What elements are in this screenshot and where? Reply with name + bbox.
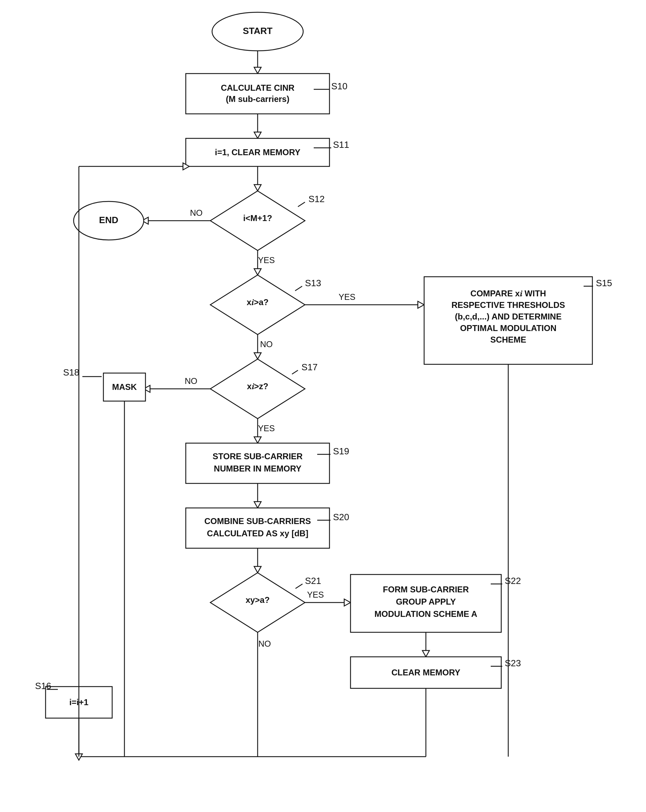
s20-step: S20 [333,512,349,522]
s12-step: S12 [308,194,325,204]
s10-label1: CALCULATE CINR [221,83,294,93]
s22-label2: GROUP APPLY [396,597,456,606]
s19-step: S19 [333,446,349,456]
s21-no-label: NO [258,639,271,649]
s17-no-label: NO [185,376,197,386]
svg-line-13 [295,286,302,291]
s15-label2: RESPECTIVE THRESHOLDS [452,300,565,310]
s22-label3: MODULATION SCHEME A [374,609,477,619]
s20-label2: CALCULATED AS xy [dB] [207,529,308,538]
s19-node [186,443,329,484]
s12-yes-label: YES [258,255,275,265]
s19-label2: NUMBER IN MEMORY [214,464,302,473]
s21-step: S21 [305,575,321,586]
s13-no-label: NO [260,339,273,349]
start-label: START [243,26,273,36]
s12-no-label: NO [190,208,203,218]
s15-label3: (b,c,d,...) AND DETERMINE [455,312,562,321]
s10-node [186,73,329,114]
s22-step: S22 [505,575,521,586]
s13-label: x𝑖>a? [247,298,268,307]
svg-marker-30 [254,566,261,573]
svg-marker-18 [254,353,261,359]
svg-marker-7 [254,185,261,191]
svg-line-8 [298,202,305,207]
s10-step: S10 [331,81,347,92]
s21-yes-label: YES [307,590,324,599]
s15-label5: SCHEME [490,335,527,344]
s19-label1: STORE SUB-CARRIER [213,452,303,461]
s11-label: i=1, CLEAR MEMORY [215,148,300,157]
svg-marker-24 [254,437,261,443]
flowchart-diagram: START CALCULATE CINR (M sub-carriers) S1… [0,0,646,812]
s12-label: i<M+1? [243,213,272,223]
s13-yes-label: YES [338,292,355,302]
s15-step: S15 [596,278,612,288]
svg-marker-27 [254,502,261,508]
s15-label1: COMPARE x𝑖 WITH [470,288,546,298]
svg-marker-1 [254,67,261,73]
s17-label: x𝑖>z? [247,382,268,391]
s21-label: xy>a? [246,595,270,604]
s22-label1: FORM SUB-CARRIER [383,585,468,594]
svg-line-31 [295,584,303,589]
end-label: END [99,215,118,225]
s18-step: S18 [63,367,79,378]
svg-marker-15 [418,301,424,308]
svg-line-19 [292,370,298,374]
svg-marker-10 [254,269,261,275]
svg-marker-33 [344,599,351,606]
s17-yes-label: YES [258,424,275,433]
s11-step: S11 [333,139,349,150]
s23-step: S23 [505,658,521,669]
s10-label2: (M sub-carriers) [226,94,289,104]
s13-step: S13 [305,278,321,288]
s20-node [186,508,329,548]
svg-marker-4 [254,132,261,138]
s20-label1: COMBINE SUB-CARRIERS [204,516,311,526]
s18-label: MASK [112,382,137,392]
svg-marker-36 [423,650,429,657]
s17-step: S17 [302,362,318,372]
s23-label: CLEAR MEMORY [392,668,460,677]
s15-label4: OPTIMAL MODULATION [460,323,556,333]
